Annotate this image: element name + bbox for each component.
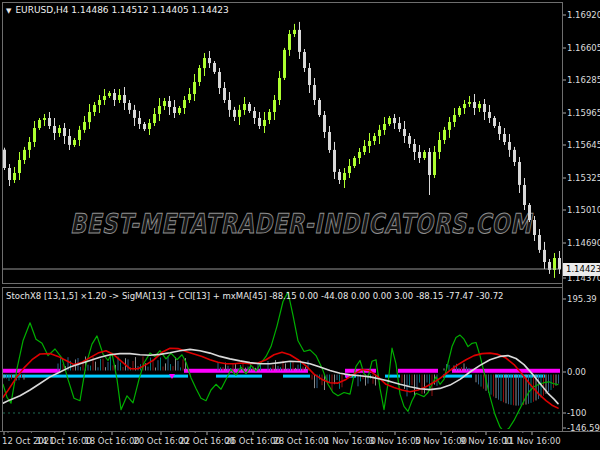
chart-canvas[interactable]: BEST-METATRADER-INDICATORS.COM [0,0,600,450]
indicator-axis-label: 195.39 [567,294,597,304]
mt4-chart-screen: BEST-METATRADER-INDICATORS.COM ▼EURUSD,H… [0,0,600,450]
time-axis-line [0,431,600,432]
time-axis-label: 28 Oct 16:00 [273,436,328,446]
price-axis-label: 1.14690 [567,238,600,248]
indicator-label: StochX8 [13,1,5] ×1.20 -> SigMA[13] + CC… [6,291,504,301]
chart-context-arrow-icon[interactable]: ▼ [6,7,11,15]
chart-title: EURUSD,H4 1.14486 1.14512 1.14405 1.1442… [15,5,228,15]
price-axis-label: 1.16285 [567,75,600,85]
indicator-axis-label: -100 [567,408,586,418]
price-axis-label: 1.15325 [567,173,600,183]
time-axis-label: 11 Nov 16:00 [503,436,560,446]
indicator-axis-label: 0.00 [567,367,586,377]
price-axis-label: 1.15010 [567,205,600,215]
time-axis-label: 3 Nov 16:00 [369,436,421,446]
price-axis-label: 1.15965 [567,108,600,118]
indicator-graph [2,292,561,432]
price-axis-label: 1.16920 [567,10,600,20]
price-axis-label: 1.16605 [567,43,600,53]
price-axis-label: 1.15645 [567,140,600,150]
candlesticks [3,22,561,278]
chart-title-bar: ▼EURUSD,H4 1.14486 1.14512 1.14405 1.144… [6,5,229,15]
current-price-box: 1.14423 [563,263,600,276]
time-axis-label: 18 Oct 16:00 [84,436,139,446]
watermark: BEST-METATRADER-INDICATORS.COM [70,208,534,239]
